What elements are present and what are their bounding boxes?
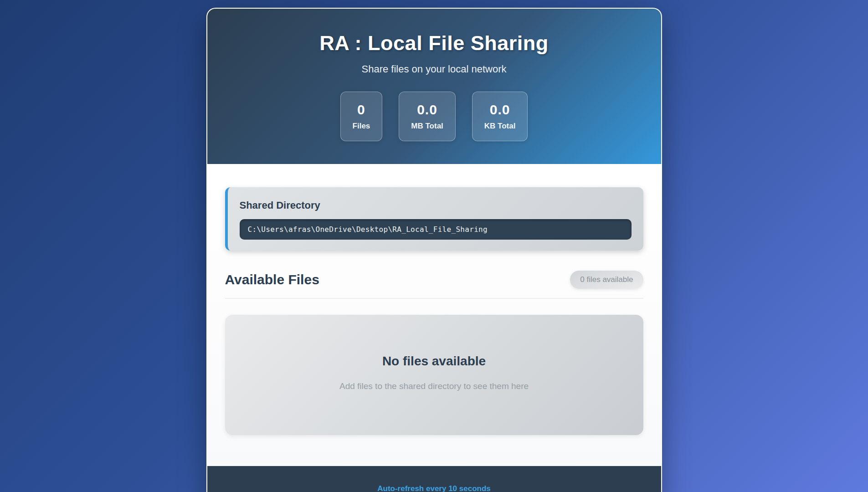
- stat-mb-total-value: 0.0: [411, 102, 443, 118]
- empty-file-list: No files available Add files to the shar…: [225, 315, 643, 435]
- stat-kb-total: 0.0 KB Total: [472, 92, 528, 141]
- app-body: Shared Directory C:\Users\afras\OneDrive…: [207, 164, 661, 466]
- stat-files-value: 0: [353, 102, 370, 118]
- stat-mb-total: 0.0 MB Total: [399, 92, 456, 141]
- stat-mb-total-label: MB Total: [411, 122, 443, 131]
- file-count-badge: 0 files available: [570, 271, 643, 289]
- available-files-header: Available Files 0 files available: [225, 271, 643, 299]
- empty-state-hint: Add files to the shared directory to see…: [234, 381, 634, 391]
- stat-kb-total-value: 0.0: [484, 102, 516, 118]
- app-footer: Auto-refresh every 10 seconds: [207, 466, 661, 492]
- page-title: RA : Local File Sharing: [226, 31, 643, 55]
- shared-directory-panel: Shared Directory C:\Users\afras\OneDrive…: [225, 187, 643, 251]
- app-card: RA : Local File Sharing Share files on y…: [206, 8, 662, 492]
- stat-kb-total-label: KB Total: [484, 122, 516, 131]
- page-subtitle: Share files on your local network: [226, 63, 643, 75]
- stats-row: 0 Files 0.0 MB Total 0.0 KB Total: [226, 92, 643, 141]
- shared-directory-path: C:\Users\afras\OneDrive\Desktop\RA_Local…: [240, 219, 632, 240]
- stat-files: 0 Files: [340, 92, 383, 141]
- app-header: RA : Local File Sharing Share files on y…: [207, 9, 661, 164]
- empty-state-title: No files available: [234, 354, 634, 369]
- stat-files-label: Files: [353, 122, 370, 131]
- available-files-heading: Available Files: [225, 272, 319, 287]
- auto-refresh-note: Auto-refresh every 10 seconds: [207, 484, 661, 492]
- shared-directory-label: Shared Directory: [240, 200, 632, 211]
